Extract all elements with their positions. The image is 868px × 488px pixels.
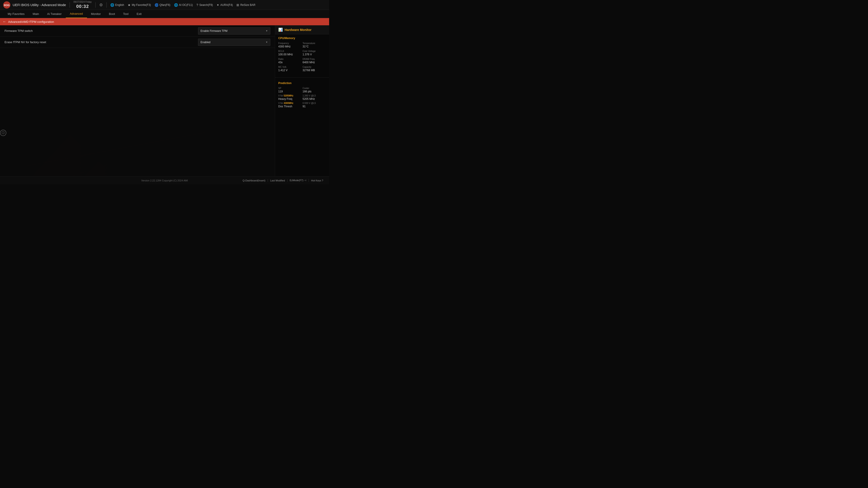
hw-dram-freq-item: DRAM Freq. 6400 MHz	[303, 58, 326, 64]
qfan-action[interactable]: 🌀 Qfan(F6)	[155, 3, 170, 7]
nav-item-main[interactable]: Main	[29, 10, 43, 18]
hw-cpu-memory-grid: Frequency 4300 MHz Temperature 31°C BCLK…	[278, 42, 326, 72]
main-content: Firmware TPM switch Enable Firmware TPM …	[0, 25, 329, 176]
hw-cooler-item: Cooler 166 pts	[303, 87, 326, 93]
hw-v-4300-freq-label: Dos Thresh	[278, 105, 302, 108]
hw-frequency-value: 4300 MHz	[278, 45, 302, 48]
hw-bclk-item: BCLK 100.00 MHz	[278, 50, 302, 56]
hw-prediction-freq2-grid: V for 4300MHz Dos Thresh 0.930 V @L5 91	[278, 102, 326, 108]
footer-last-modified[interactable]: Last Modified	[268, 179, 287, 182]
firmware-tpm-dropdown[interactable]: Enable Firmware TPM ▼	[198, 27, 270, 35]
search-icon: ?	[196, 3, 198, 7]
info-button[interactable]: ⓘ	[0, 130, 6, 136]
breadcrumb-back-button[interactable]: ←	[3, 20, 6, 24]
nav-item-exit[interactable]: Exit	[132, 10, 146, 18]
header-divider-3	[106, 2, 107, 8]
hw-capacity-label: Capacity	[303, 66, 326, 68]
logo-area: ROG UEFI BIOS Utility - Advanced Mode	[3, 1, 66, 9]
content-spacer: ⓘ	[0, 48, 275, 138]
hw-cooler-label: Cooler	[303, 87, 326, 90]
hw-divider-1	[275, 77, 329, 77]
footer-hot-keys[interactable]: Hot Keys ?	[309, 179, 326, 182]
hw-mc-volt-value: 1.412 V	[278, 69, 302, 72]
hw-bclk-value: 100.00 MHz	[278, 53, 302, 56]
favorite-icon: ★	[128, 3, 131, 7]
nav-item-tool[interactable]: Tool	[119, 10, 133, 18]
date-display: 09/27/2024 Friday	[73, 0, 92, 3]
nav-item-monitor[interactable]: Monitor	[87, 10, 105, 18]
hw-mc-volt-item: MC Volt. 1.412 V	[278, 66, 302, 72]
hw-v-5205-value-item: 1.260 V @L5 5205 MHz	[303, 94, 326, 101]
qfan-label: Qfan(F6)	[160, 3, 170, 6]
bios-title: UEFI BIOS Utility - Advanced Mode	[13, 3, 66, 7]
hw-prediction-grid: SP 119 Cooler 166 pts	[278, 87, 326, 93]
hw-v-4300-voltage-label: 0.930 V @L5	[303, 102, 326, 104]
datetime-area: 09/27/2024 Friday 00:32	[73, 0, 92, 9]
hw-v-4300-item: V for 4300MHz Dos Thresh	[278, 102, 302, 108]
hw-mc-volt-label: MC Volt.	[278, 66, 302, 68]
breadcrumb-bar: ← Advanced\AMD fTPM configuration	[0, 18, 329, 25]
aura-action[interactable]: ✦ AURA(F4)	[217, 3, 233, 7]
hw-core-voltage-value: 1.376 V	[303, 53, 326, 56]
svg-text:ROG: ROG	[4, 4, 9, 6]
hw-prediction-title: Prediction	[278, 82, 326, 85]
hw-ratio-value: 43x	[278, 61, 302, 64]
erase-ftpm-dropdown-arrow: ▼	[266, 41, 268, 43]
language-label: English	[115, 3, 124, 6]
hw-dram-freq-label: DRAM Freq.	[303, 58, 326, 60]
nav-bar: My Favorites Main Ai Tweaker Advanced Mo…	[0, 10, 329, 18]
hw-temperature-item: Temperature 31°C	[303, 42, 326, 48]
hw-sp-item: SP 119	[278, 87, 302, 93]
hw-cpu-memory-title: CPU/Memory	[278, 37, 326, 40]
hw-monitor-title-text: Hardware Monitor	[285, 28, 311, 32]
hw-core-voltage-item: Core Voltage 1.376 V	[303, 50, 326, 56]
hw-dram-freq-value: 6400 MHz	[303, 61, 326, 64]
nav-item-my-favorites[interactable]: My Favorites	[4, 10, 29, 18]
erase-ftpm-dropdown[interactable]: Enabled ▼	[198, 39, 270, 46]
hw-v-4300-label: V for 4300MHz	[278, 102, 302, 104]
aioc-action[interactable]: 🌐 AI OC(F11)	[174, 3, 193, 7]
hw-v-5205-voltage-label: 1.260 V @L5	[303, 94, 326, 97]
language-selector[interactable]: 🌐 English	[110, 3, 124, 7]
hw-monitor-title: 📊 Hardware Monitor	[275, 25, 329, 34]
aioc-label: AI OC(F11)	[179, 3, 193, 6]
hw-v-5205-freq-value: 5205 MHz	[303, 97, 326, 101]
footer-bar: Version 2.22.1284 Copyright (C) 2024 AMI…	[0, 176, 329, 184]
rog-logo-icon: ROG	[3, 1, 11, 9]
aioc-icon: 🌐	[174, 3, 178, 7]
nav-item-advanced[interactable]: Advanced	[66, 10, 87, 18]
hw-monitor-icon: 📊	[278, 28, 283, 32]
search-action[interactable]: ? Search(F9)	[196, 3, 213, 7]
hw-4300-highlight: 4300MHz	[284, 102, 293, 104]
hw-ratio-label: Ratio	[278, 58, 302, 60]
favorite-label: My Favorite(F3)	[132, 3, 151, 6]
hw-frequency-label: Frequency	[278, 42, 302, 44]
erase-ftpm-dropdown-text: Enabled	[200, 41, 211, 44]
erase-ftpm-label: Erase fTPM NV for factory reset	[4, 40, 198, 44]
aura-label: AURA(F4)	[220, 3, 233, 6]
footer-ezmode[interactable]: EzMode(F7) ⊣	[287, 179, 309, 182]
nav-item-boot[interactable]: Boot	[105, 10, 119, 18]
footer-actions: Q-Dashboard(Insert) Last Modified EzMode…	[240, 179, 326, 182]
footer-qdashboard[interactable]: Q-Dashboard(Insert)	[240, 179, 268, 182]
firmware-tpm-label: Firmware TPM switch	[4, 29, 198, 33]
hw-sp-value: 119	[278, 90, 302, 93]
aura-icon: ✦	[217, 3, 219, 7]
setting-row-erase-ftpm: Erase fTPM NV for factory reset Enabled …	[0, 37, 275, 48]
hw-temperature-value: 31°C	[303, 45, 326, 48]
hw-sp-label: SP	[278, 87, 302, 90]
hw-prediction-freq-grid: V for 5205MHz Heavy Freq 1.260 V @L5 520…	[278, 94, 326, 101]
my-favorite-action[interactable]: ★ My Favorite(F3)	[128, 3, 151, 7]
hw-core-voltage-label: Core Voltage	[303, 50, 326, 53]
nav-item-ai-tweaker[interactable]: Ai Tweaker	[43, 10, 66, 18]
settings-icon[interactable]: ⚙	[99, 2, 103, 7]
firmware-tpm-value: Enable Firmware TPM ▼	[198, 27, 270, 35]
hw-capacity-value: 32768 MB	[303, 69, 326, 72]
hw-v-5205-freq-label: Heavy Freq	[278, 97, 302, 101]
qfan-icon: 🌀	[155, 3, 158, 7]
hw-v-5205-item: V for 5205MHz Heavy Freq	[278, 94, 302, 101]
hw-5205-highlight: 5205MHz	[284, 94, 293, 97]
hw-v-4300-value-item: 0.930 V @L5 91	[303, 102, 326, 108]
resize-bar-action[interactable]: ⊞ ReSize BAR	[237, 3, 255, 7]
firmware-tpm-dropdown-arrow: ▼	[266, 30, 268, 32]
